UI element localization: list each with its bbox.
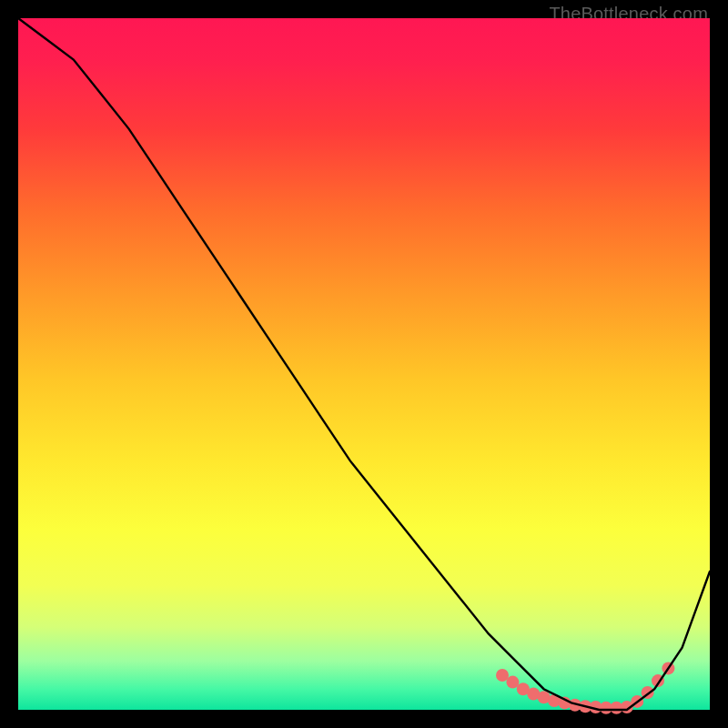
plot-area (18, 18, 710, 710)
marker-dot (496, 669, 509, 682)
bottleneck-curve (18, 18, 710, 710)
chart-frame: TheBottleneck.com (0, 0, 728, 728)
marker-dot (506, 676, 519, 689)
curve-overlay (18, 18, 710, 710)
